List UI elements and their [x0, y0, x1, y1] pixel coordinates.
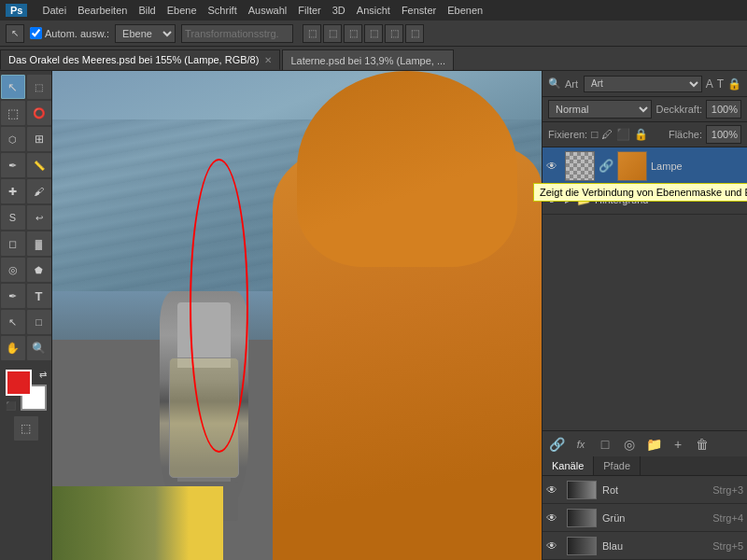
options-bar: ↖ Autom. ausw.: Ebene Gruppe ⬚ ⬚ ⬚ ⬚ ⬚ ⬚ [0, 21, 747, 47]
toolbox: ↖ ⬚ ⬚ ⭕ ⬡ ⊞ ✒ 📏 ✚ 🖌 S ↩ ◻ ▓ ◎ ⬟ [0, 71, 52, 560]
pen-tool[interactable]: ✒ [1, 284, 25, 308]
tab-laterne[interactable]: Laterne.psd bei 13,9% (Lampe, ... [282, 49, 454, 70]
layer-select[interactable]: Ebene Gruppe [115, 24, 176, 43]
fill-label: Fläche: [669, 129, 702, 140]
opacity-input[interactable] [706, 100, 741, 119]
main-layout: ↖ ⬚ ⬚ ⭕ ⬡ ⊞ ✒ 📏 ✚ 🖌 S ↩ ◻ ▓ ◎ ⬟ [0, 71, 747, 560]
channel-blau-eye[interactable]: 👁 [546, 539, 561, 553]
layer-hintergrund-expand[interactable]: ▶ [565, 194, 572, 204]
default-colors-icon[interactable]: ⬛ [6, 401, 16, 411]
menu-filter[interactable]: Filter [298, 5, 320, 16]
healing-brush[interactable]: ✚ [1, 179, 25, 203]
lock-transparent[interactable]: □ [591, 128, 598, 141]
channel-gruen[interactable]: 👁 Grün Strg+4 [543, 504, 747, 532]
layer-hintergrund[interactable]: 👁 ▶ 📁 Hintergrund [543, 185, 747, 215]
lock-all[interactable]: 🔒 [634, 128, 648, 141]
shape-tool[interactable]: □ [27, 310, 51, 334]
menu-schrift[interactable]: Schrift [208, 5, 237, 16]
layer-hintergrund-eye[interactable]: 👁 [546, 193, 561, 206]
layer-link-icon[interactable]: 🔗 [599, 159, 613, 173]
quick-select[interactable]: ⬡ [1, 127, 25, 151]
group-btn[interactable]: 📁 [643, 434, 664, 455]
mask-btn[interactable]: □ [595, 434, 615, 455]
crop-tool[interactable]: ⊞ [27, 127, 51, 151]
fixieren-label: Fixieren: [548, 129, 587, 140]
menu-auswahl[interactable]: Auswahl [248, 5, 288, 16]
menu-bild[interactable]: Bild [138, 5, 155, 16]
canvas-area[interactable] [52, 71, 542, 560]
layer-lampe[interactable]: 👁 🔗 Lampe Zeigt die Verbindung von Ebene… [543, 147, 747, 185]
tab-laterne-label: Laterne.psd bei 13,9% (Lampe, ... [290, 55, 445, 66]
tab-pfade[interactable]: Pfade [594, 456, 641, 475]
lock-pixels[interactable]: 🖊 [601, 128, 613, 141]
menu-ebene[interactable]: Ebene [167, 5, 197, 16]
kind-select[interactable]: Art [584, 76, 702, 92]
zoom-tool[interactable]: 🔍 [27, 336, 51, 360]
ps-logo: Ps [6, 4, 27, 17]
tab-orakel[interactable]: Das Orakel des Meeres.psd bei 155% (Lamp… [0, 49, 280, 70]
align-btn-1[interactable]: ⬚ [303, 24, 321, 43]
menu-bar: Ps Datei Bearbeiten Bild Ebene Schrift A… [0, 0, 747, 21]
swap-colors-icon[interactable]: ⇄ [39, 370, 47, 380]
panel-icon-text[interactable]: A [706, 77, 713, 91]
auto-select-checkbox[interactable] [30, 27, 42, 39]
quickmask-tool[interactable]: ⬚ [14, 416, 38, 441]
fill-input[interactable] [706, 125, 741, 144]
delete-layer-btn[interactable]: 🗑 [692, 434, 712, 455]
align-btn-5[interactable]: ⬚ [385, 24, 403, 43]
menu-3d[interactable]: 3D [332, 5, 345, 16]
move-tool[interactable]: ↖ [1, 75, 25, 99]
panel-icon-t[interactable]: T [717, 77, 724, 91]
menu-ebenen[interactable]: Ebenen [447, 5, 483, 16]
channel-gruen-eye[interactable]: 👁 [546, 511, 561, 525]
fx-btn[interactable]: fx [571, 434, 591, 455]
align-btn-6[interactable]: ⬚ [405, 24, 424, 43]
dodge-tool[interactable]: ⬟ [27, 258, 51, 282]
channel-gruen-shortcut: Strg+4 [712, 512, 743, 524]
ruler-tool[interactable]: 📏 [27, 153, 51, 177]
panel-icon-lock[interactable]: 🔒 [727, 77, 741, 91]
align-btn-4[interactable]: ⬚ [364, 24, 383, 43]
layers-actions: 🔗 fx □ ◎ 📁 + 🗑 [543, 430, 747, 456]
channel-blau-shortcut: Strg+5 [712, 540, 743, 552]
channel-rot[interactable]: 👁 Rot Strg+3 [543, 476, 747, 504]
eraser-tool[interactable]: ◻ [1, 231, 25, 256]
menu-datei[interactable]: Datei [42, 5, 66, 16]
tab-kanaele[interactable]: Kanäle [543, 456, 594, 475]
new-layer-btn[interactable]: + [668, 434, 688, 455]
link-layers-btn[interactable]: 🔗 [546, 434, 567, 455]
align-btn-2[interactable]: ⬚ [323, 24, 342, 43]
move-tool-btn[interactable]: ↖ [6, 24, 24, 43]
transform-input[interactable] [181, 24, 293, 43]
lasso-tool[interactable]: ⭕ [27, 101, 51, 125]
artboard-tool[interactable]: ⬚ [27, 75, 51, 99]
menu-fenster[interactable]: Fenster [402, 5, 436, 16]
menu-bearbeiten[interactable]: Bearbeiten [78, 5, 127, 16]
channel-rot-eye[interactable]: 👁 [546, 483, 561, 497]
adjustment-btn[interactable]: ◎ [619, 434, 640, 455]
type-tool[interactable]: T [27, 284, 51, 308]
align-btn-3[interactable]: ⬚ [344, 24, 362, 43]
channel-rot-shortcut: Strg+3 [712, 484, 743, 496]
gradient-tool[interactable]: ▓ [27, 231, 51, 256]
history-brush[interactable]: ↩ [27, 205, 51, 230]
clone-stamp[interactable]: S [1, 205, 25, 230]
blur-tool[interactable]: ◎ [1, 258, 25, 282]
hand-tool[interactable]: ✋ [1, 336, 25, 360]
fg-color-swatch[interactable] [6, 370, 32, 396]
eyedropper[interactable]: ✒ [1, 153, 25, 177]
tab-orakel-close[interactable]: ✕ [264, 55, 272, 65]
rectangular-select[interactable]: ⬚ [1, 101, 25, 125]
lock-position[interactable]: ⬛ [616, 128, 630, 141]
channel-blau[interactable]: 👁 Blau Strg+5 [543, 532, 747, 560]
path-select[interactable]: ↖ [1, 310, 25, 334]
layer-lampe-eye[interactable]: 👁 [546, 160, 561, 173]
blend-mode-row: Normal Deckkraft: [543, 97, 747, 122]
color-swatch-area: ⇄ ⬛ [6, 370, 47, 411]
lantern [160, 291, 247, 511]
brush-tool[interactable]: 🖌 [27, 179, 51, 203]
menu-ansicht[interactable]: Ansicht [357, 5, 390, 16]
blend-mode-select[interactable]: Normal [548, 100, 652, 119]
layer-hintergrund-folder-icon: 📁 [576, 192, 591, 206]
fill-row: Fixieren: □ 🖊 ⬛ 🔒 Fläche: [543, 122, 747, 147]
